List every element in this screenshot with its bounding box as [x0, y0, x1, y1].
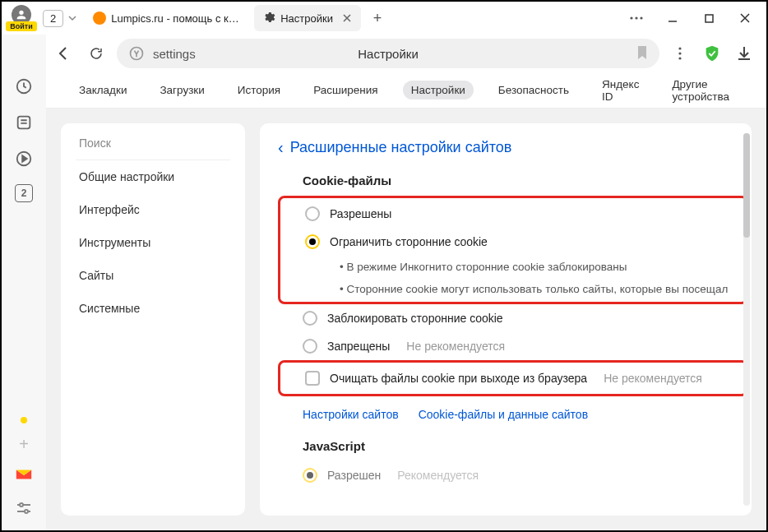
- option-label: Ограничить сторонние cookie: [330, 235, 488, 248]
- option-label: Заблокировать сторонние cookie: [327, 312, 503, 325]
- option-cookies-limit[interactable]: Ограничить сторонние cookie: [280, 228, 746, 256]
- limit-note-2: Сторонние cookie могут использовать толь…: [280, 278, 746, 300]
- checkbox-icon: [305, 371, 320, 386]
- sidebar-item-tools[interactable]: Инструменты: [61, 226, 245, 259]
- sidebar-item-sites[interactable]: Сайты: [61, 259, 245, 292]
- close-icon[interactable]: [341, 12, 353, 24]
- radio-icon: [303, 311, 317, 326]
- radio-icon: [303, 339, 317, 354]
- news-icon[interactable]: [13, 112, 35, 133]
- tab-counter[interactable]: 2: [43, 10, 80, 27]
- back-button[interactable]: [51, 41, 76, 66]
- titlebar: Войти 2 Lumpics.ru - помощь с ком Настро…: [2, 2, 766, 35]
- svg-point-1: [635, 16, 637, 19]
- svg-point-11: [678, 52, 681, 54]
- settings-topnav: Закладки Загрузки История Расширения Нас…: [46, 72, 766, 109]
- svg-point-10: [678, 47, 681, 49]
- topnav-extensions[interactable]: Расширения: [305, 81, 386, 99]
- close-button[interactable]: [727, 3, 763, 33]
- downloads-button[interactable]: [732, 41, 756, 66]
- omnibox-url: settings: [153, 47, 196, 61]
- topnav-security[interactable]: Безопасность: [490, 81, 577, 99]
- option-label: Разрешен: [327, 469, 381, 482]
- tab-count: 2: [43, 10, 63, 27]
- svg-point-2: [640, 16, 642, 19]
- kebab-menu-button[interactable]: [668, 41, 692, 66]
- more-button[interactable]: [618, 3, 655, 33]
- svg-point-7: [20, 503, 23, 507]
- login-badge: Войти: [6, 21, 36, 31]
- link-site-settings[interactable]: Настройки сайтов: [303, 408, 399, 421]
- radio-selected-icon: [303, 468, 317, 483]
- address-bar: settings Настройки: [2, 35, 766, 72]
- tab-title: Настройки: [280, 12, 333, 25]
- minimize-button[interactable]: [655, 3, 691, 33]
- option-cookies-allowed[interactable]: Разрешены: [280, 200, 746, 228]
- gear-icon: [262, 11, 275, 26]
- omnibox-title: Настройки: [117, 47, 659, 61]
- protect-shield-icon[interactable]: [701, 42, 724, 65]
- reload-button[interactable]: [84, 41, 109, 66]
- hint-not-recommended: Не рекомендуется: [604, 372, 702, 385]
- option-cookies-block-3p[interactable]: Заблокировать сторонние cookie: [278, 304, 752, 332]
- topnav-bookmarks[interactable]: Закладки: [71, 81, 135, 99]
- breadcrumb-back[interactable]: ‹ Расширенные настройки сайтов: [278, 138, 752, 157]
- option-js-allowed[interactable]: Разрешен Рекомендуется: [278, 461, 752, 489]
- play-icon[interactable]: [13, 148, 35, 169]
- limit-note-1: В режиме Инкогнито сторонние cookie забл…: [280, 256, 746, 278]
- option-clear-on-exit[interactable]: Очищать файлы cookie при выходе из брауз…: [280, 364, 746, 392]
- notification-dot-icon: [21, 417, 27, 423]
- highlight-frame-2: Очищать файлы cookie при выходе из брауз…: [278, 360, 748, 396]
- sidebar-settings-icon[interactable]: [13, 497, 35, 519]
- section-title-cookies: Cookie-файлы: [303, 173, 752, 187]
- content-area: Закладки Загрузки История Расширения Нас…: [46, 72, 766, 530]
- chevron-left-icon: ‹: [278, 138, 284, 157]
- scrollbar-thumb[interactable]: [743, 133, 750, 238]
- omnibox[interactable]: settings Настройки: [117, 39, 659, 68]
- hint-recommended: Рекомендуется: [397, 469, 479, 482]
- profile-area[interactable]: Войти: [5, 5, 38, 31]
- mail-icon[interactable]: [15, 465, 33, 486]
- sidebar-item-interface[interactable]: Интерфейс: [61, 193, 245, 226]
- option-cookies-forbidden[interactable]: Запрещены Не рекомендуется: [278, 332, 752, 360]
- cookie-links: Настройки сайтов Cookie-файлы и данные с…: [278, 396, 752, 433]
- search-y-icon: [128, 45, 145, 62]
- highlight-frame-1: Разрешены Ограничить сторонние cookie В …: [278, 196, 748, 304]
- tab-lumpics[interactable]: Lumpics.ru - помощь с ком: [85, 5, 249, 31]
- favicon-icon: [93, 12, 106, 25]
- breadcrumb-label: Расширенные настройки сайтов: [290, 139, 512, 156]
- settings-sidebar: Поиск Общие настройки Интерфейс Инструме…: [61, 123, 245, 516]
- history-clock-icon[interactable]: [13, 76, 35, 97]
- topnav-other-devices[interactable]: Другие устройства: [664, 75, 742, 106]
- bookmark-icon[interactable]: [636, 45, 648, 62]
- window-controls: [618, 3, 763, 33]
- scrollbar[interactable]: [743, 133, 750, 506]
- tab-title: Lumpics.ru - помощь с ком: [111, 12, 241, 25]
- settings-main-panel: ‹ Расширенные настройки сайтов Cookie-фа…: [260, 123, 752, 516]
- chevron-down-icon: [65, 11, 80, 25]
- svg-rect-3: [706, 15, 713, 22]
- svg-point-12: [678, 57, 681, 59]
- add-panel-button[interactable]: +: [19, 435, 29, 454]
- svg-point-0: [630, 16, 632, 19]
- option-label: Разрешены: [330, 207, 391, 220]
- tab-settings[interactable]: Настройки: [254, 5, 361, 31]
- section-title-js: JavaScript: [303, 439, 752, 453]
- new-tab-button[interactable]: +: [366, 7, 389, 30]
- topnav-settings[interactable]: Настройки: [403, 81, 474, 99]
- radio-selected-icon: [305, 234, 320, 249]
- sidebar-item-general[interactable]: Общие настройки: [61, 160, 245, 193]
- svg-point-8: [25, 510, 28, 513]
- topnav-downloads[interactable]: Загрузки: [151, 81, 212, 99]
- sidebar-search[interactable]: Поиск: [61, 127, 245, 160]
- option-label: Очищать файлы cookie при выходе из брауз…: [330, 372, 587, 385]
- topnav-history[interactable]: История: [229, 81, 289, 99]
- maximize-button[interactable]: [691, 3, 727, 33]
- vertical-sidebar: 2 +: [2, 35, 46, 530]
- link-cookie-data[interactable]: Cookie-файлы и данные сайтов: [419, 408, 588, 421]
- radio-icon: [305, 206, 320, 221]
- option-label: Запрещены: [327, 340, 390, 353]
- tabs-count-box[interactable]: 2: [15, 184, 33, 202]
- sidebar-item-system[interactable]: Системные: [61, 292, 245, 325]
- topnav-yandex-id[interactable]: Яндекс ID: [594, 75, 647, 106]
